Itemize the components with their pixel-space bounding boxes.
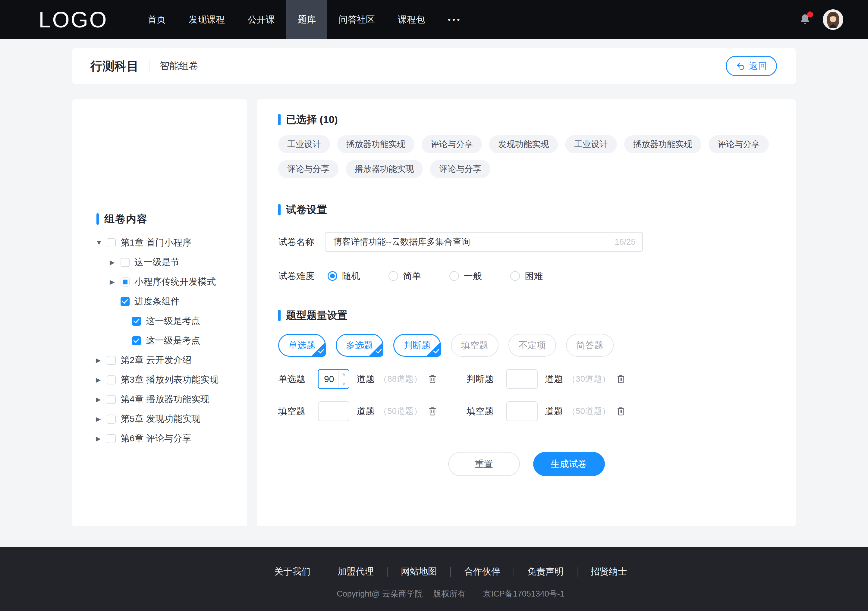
- selected-tag[interactable]: 评论与分享: [422, 135, 482, 153]
- tree-row[interactable]: ▶ 第4章 播放器功能实现: [72, 390, 247, 409]
- corner-check-icon: [318, 347, 324, 354]
- corner-check-icon: [433, 347, 439, 354]
- trash-icon[interactable]: [428, 407, 437, 416]
- difficulty-row: 试卷难度 随机 简单 一般 困难: [278, 267, 775, 285]
- selected-tag[interactable]: 评论与分享: [708, 135, 769, 153]
- quantity-input[interactable]: [507, 370, 537, 388]
- tree-row[interactable]: ▶ 第6章 评论与分享: [72, 429, 247, 448]
- tree-checkbox[interactable]: [107, 375, 116, 384]
- tree-checkbox-checked[interactable]: [132, 336, 141, 345]
- tree-checkbox[interactable]: [107, 238, 116, 247]
- tree-label: 这一级是节: [135, 256, 180, 268]
- nav-item-question-bank[interactable]: 题库: [286, 0, 327, 39]
- radio-selected-icon: [328, 271, 337, 281]
- chip-short-answer[interactable]: 简答题: [566, 334, 614, 357]
- tree-row[interactable]: ▶ 第5章 发现功能实现: [72, 409, 247, 429]
- generate-paper-button[interactable]: 生成试卷: [533, 452, 605, 476]
- tree-checkbox[interactable]: [107, 434, 116, 443]
- arrow-right-icon[interactable]: ▶: [110, 259, 117, 266]
- arrow-right-icon[interactable]: ▶: [110, 278, 117, 286]
- selected-tag[interactable]: 工业设计: [565, 135, 617, 153]
- arrow-right-icon[interactable]: ▶: [96, 416, 103, 423]
- tree-row[interactable]: 这一级是考点: [72, 311, 247, 331]
- quantity-item-single-choice: 单选题 ∧ ∨ 道题 （88道题）: [278, 369, 467, 389]
- selected-tag[interactable]: 发现功能实现: [489, 135, 558, 153]
- tree-label: 第1章 首门小程序: [121, 237, 191, 249]
- arrow-right-icon[interactable]: ▶: [96, 376, 103, 384]
- nav-item-qa-community[interactable]: 问答社区: [327, 0, 386, 39]
- selected-tag[interactable]: 播放器功能实现: [337, 135, 414, 153]
- tree-row[interactable]: 进度条组件: [72, 292, 247, 311]
- tree-row[interactable]: ▶ 这一级是节: [72, 252, 247, 272]
- nav-item-more[interactable]: •••: [436, 0, 473, 39]
- arrow-right-icon[interactable]: ▶: [96, 396, 103, 403]
- stepper-down-icon[interactable]: ∨: [339, 379, 349, 388]
- quantity-input[interactable]: [507, 402, 537, 421]
- bell-icon[interactable]: [798, 12, 812, 26]
- radio-option-easy[interactable]: 简单: [389, 270, 421, 282]
- selected-tag[interactable]: 播放器功能实现: [624, 135, 701, 153]
- tree-label: 第2章 云开发介绍: [121, 354, 191, 367]
- user-avatar[interactable]: [823, 9, 843, 30]
- footer-link-agency[interactable]: 加盟代理: [338, 566, 374, 578]
- tree-checkbox-checked[interactable]: [121, 297, 130, 306]
- stepper-up-icon[interactable]: ∧: [339, 370, 349, 379]
- undo-arrow-icon: [736, 61, 746, 71]
- chip-multi-choice[interactable]: 多选题: [336, 334, 383, 357]
- tree-checkbox-checked[interactable]: [132, 317, 141, 326]
- footer-link-about[interactable]: 关于我们: [274, 566, 310, 578]
- trash-icon[interactable]: [616, 407, 625, 416]
- tree-row[interactable]: ▼ 第1章 首门小程序: [72, 233, 247, 252]
- selected-tag[interactable]: 播放器功能实现: [346, 160, 423, 178]
- tree-row[interactable]: ▶ 小程序传统开发模式: [72, 272, 247, 292]
- char-counter: 16/25: [615, 237, 636, 247]
- quantity-row-1: 单选题 ∧ ∨ 道题 （88道题） 判断题 道题: [278, 369, 775, 389]
- arrow-right-icon[interactable]: ▶: [96, 435, 103, 442]
- selected-tag[interactable]: 评论与分享: [278, 160, 338, 178]
- trash-icon[interactable]: [616, 374, 625, 384]
- radio-icon: [389, 271, 398, 281]
- chip-single-choice[interactable]: 单选题: [278, 334, 326, 357]
- radio-option-hard[interactable]: 困难: [510, 270, 543, 282]
- chip-true-false[interactable]: 判断题: [393, 334, 441, 357]
- reset-button[interactable]: 重置: [448, 452, 520, 476]
- paper-settings-section-title: 试卷设置: [278, 203, 775, 217]
- selected-tag[interactable]: 工业设计: [278, 135, 330, 153]
- nav-item-discover-courses[interactable]: 发现课程: [177, 0, 236, 39]
- radio-icon: [450, 271, 459, 281]
- radio-icon: [510, 271, 520, 281]
- nav-item-course-package[interactable]: 课程包: [386, 0, 436, 39]
- footer-link-disclaimer[interactable]: 免责声明: [527, 566, 564, 578]
- chip-indefinite[interactable]: 不定项: [508, 334, 556, 357]
- nav-item-open-courses[interactable]: 公开课: [236, 0, 286, 39]
- tree-checkbox[interactable]: [107, 356, 116, 365]
- radio-option-normal[interactable]: 一般: [450, 270, 482, 282]
- paper-name-input[interactable]: [325, 232, 643, 252]
- tree-row[interactable]: ▶ 第3章 播放列表功能实现: [72, 370, 247, 390]
- quantity-item-true-false: 判断题 道题 （30道题）: [467, 369, 655, 389]
- quantity-input[interactable]: [319, 370, 338, 388]
- footer-link-careers[interactable]: 招贤纳士: [591, 566, 627, 578]
- arrow-right-icon[interactable]: ▶: [96, 357, 103, 364]
- tree-row[interactable]: ▶ 第2章 云开发介绍: [72, 350, 247, 370]
- footer-link-sitemap[interactable]: 网站地图: [401, 566, 437, 578]
- back-button[interactable]: 返回: [726, 56, 777, 76]
- selected-tag[interactable]: 评论与分享: [430, 160, 490, 178]
- tree-checkbox-indeterminate[interactable]: [121, 277, 130, 286]
- tree-checkbox[interactable]: [107, 395, 116, 404]
- tree-checkbox[interactable]: [121, 258, 130, 267]
- tree-label: 小程序传统开发模式: [135, 276, 216, 288]
- chip-fill-blank[interactable]: 填空题: [451, 334, 499, 357]
- tree-checkbox[interactable]: [107, 415, 116, 424]
- arrow-down-icon[interactable]: ▼: [96, 239, 103, 246]
- footer-links: 关于我们 加盟代理 网站地图 合作伙伴 免责声明 招贤纳士: [274, 566, 627, 578]
- radio-option-random[interactable]: 随机: [328, 270, 360, 282]
- nav-item-home[interactable]: 首页: [136, 0, 177, 39]
- logo: LOGO: [39, 0, 108, 39]
- quantity-row-2: 填空题 道题 （50道题） 填空题 道题 （50道题）: [278, 401, 775, 421]
- trash-icon[interactable]: [428, 374, 437, 384]
- tree-label: 进度条组件: [135, 295, 180, 308]
- tree-row[interactable]: 这一级是考点: [72, 331, 247, 350]
- quantity-input[interactable]: [319, 402, 349, 421]
- footer-link-partners[interactable]: 合作伙伴: [464, 566, 500, 578]
